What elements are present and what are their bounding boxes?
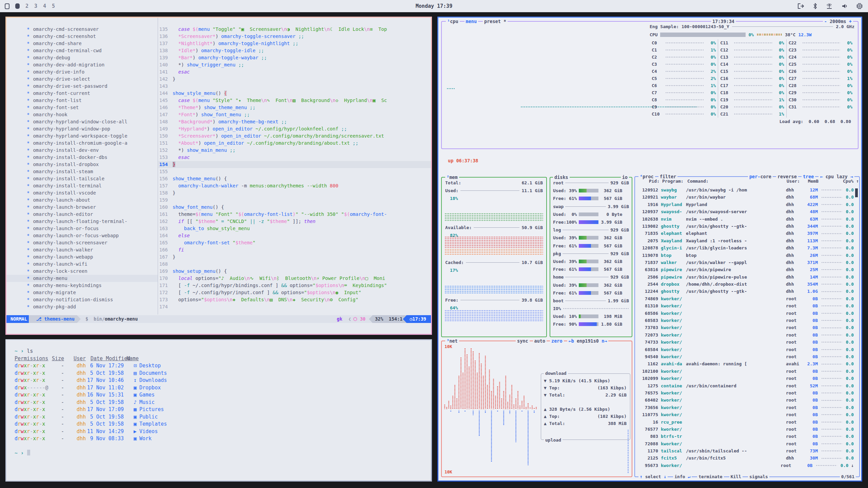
code-editor[interactable]: 135 case $(menu "Toggle" "▣ Screensaver\… <box>158 18 431 314</box>
net-sync-toggle[interactable]: sync <box>516 338 530 344</box>
process-scrollbar[interactable] <box>855 188 858 197</box>
process-row[interactable]: 68402kworker/root0B0.0 <box>637 396 854 404</box>
process-row[interactable]: 68583kworker/root0B0.0 <box>637 317 854 324</box>
neovim-window[interactable]: *omarchy-cmd-screensaver*omarchy-cmd-scr… <box>5 17 432 335</box>
io-toggle[interactable]: io <box>621 174 629 180</box>
file-item[interactable]: *omarchy-notification-dismiss <box>6 296 158 303</box>
file-item[interactable]: *omarchy-install-vscode <box>6 189 158 197</box>
file-item[interactable]: *omarchy-drive-set-password <box>6 83 158 90</box>
file-item[interactable]: *omarchy-cmd-screensaver <box>6 26 158 33</box>
terminal-output[interactable]: ~ › ls Permissions Size User Date Modifi… <box>6 340 431 457</box>
process-row[interactable]: 102638nvimnvim --embed .dhh63M0.0 <box>637 216 854 223</box>
process-row[interactable]: 120912swaybg/usr/bin/swaybg -i /homdhh12… <box>637 186 854 194</box>
file-item[interactable]: *omarchy-dev-add-migration <box>6 61 158 68</box>
file-item[interactable]: *omarchy-launch-walker <box>6 246 158 253</box>
file-item[interactable]: *omarchy-launch-editor <box>6 211 158 218</box>
process-row[interactable]: 1170tailscal/usr/sbin/tailscaled --root7… <box>637 447 854 454</box>
process-row[interactable]: 12244ghostty/usr/bin/ghostty --gtk-dhh1.… <box>637 288 854 295</box>
process-row[interactable]: 72088kworker/root0B0.0 <box>637 440 854 447</box>
network-icon[interactable] <box>826 3 833 9</box>
file-item[interactable]: *omarchy-launch-screensaver <box>6 239 158 246</box>
file-item[interactable]: *omarchy-install-docker-dbs <box>6 154 158 161</box>
file-item[interactable]: *omarchy-install-dev-env <box>6 147 158 154</box>
logout-icon[interactable] <box>798 3 804 9</box>
terminal-window[interactable]: ~ › ls Permissions Size User Date Modifi… <box>5 339 432 482</box>
process-row[interactable]: 76575kworker/root0B0.0 <box>637 389 854 396</box>
file-item[interactable]: *omarchy-launch-about <box>6 197 158 204</box>
file-item[interactable]: *omarchy-migrate <box>6 289 158 296</box>
file-item[interactable]: *omarchy-menu-keybindings <box>6 282 158 289</box>
process-row[interactable]: 63816pipewire/usr/bin/pipewiredhh25M0.0 <box>637 266 854 273</box>
process-row[interactable]: 74869kworker/root0B0.0 <box>637 295 854 302</box>
file-item[interactable]: *omarchy-drive-select <box>6 76 158 83</box>
net-auto-toggle[interactable]: auto <box>533 338 547 344</box>
file-item[interactable]: *omarchy-install-steam <box>6 168 158 175</box>
process-row[interactable]: 2125fcitx5/usr/bin/fcitx5dhh30M0.0 <box>637 454 854 462</box>
process-row[interactable]: 2544dropbox/home/dhh/.dropbox-distdhh354… <box>637 281 854 288</box>
file-item[interactable]: *omarchy-pkg-add <box>6 303 158 310</box>
filter-button[interactable]: filter <box>658 174 678 180</box>
process-row[interactable]: 803btrfs-trroot0B0.0 <box>637 433 854 440</box>
process-row[interactable]: 119078btopbtopdhh26M0.0 <box>637 252 854 259</box>
disks-box-label[interactable]: disks <box>553 174 570 180</box>
net-interface-switcher[interactable]: ←b enp191s0 n→ <box>567 338 609 344</box>
chip-icon[interactable] <box>856 3 863 9</box>
process-row[interactable]: 2075XwaylandXwayland :1 -rootless -dhh11… <box>637 237 854 244</box>
process-row[interactable]: 110775kworker/root0B0.0 <box>637 411 854 418</box>
file-item[interactable]: *omarchy-font-set <box>6 104 158 111</box>
file-item[interactable]: *omarchy-font-current <box>6 90 158 97</box>
proc-box-label[interactable]: ⁴proc <box>638 174 655 180</box>
process-row[interactable]: 68584kworker/root0B0.0 <box>637 346 854 353</box>
net-box-label[interactable]: ³net <box>445 338 459 344</box>
file-item[interactable]: *omarchy-install-chromium-google-a <box>6 140 158 147</box>
process-row[interactable]: 102100kworker/root0B0.0 <box>637 368 854 375</box>
file-item[interactable]: *omarchy-launch-or-focus <box>6 225 158 232</box>
file-item[interactable]: *omarchy-debug <box>6 54 158 61</box>
process-row[interactable]: 73656kworker/root0B0.0 <box>637 404 854 411</box>
file-item[interactable]: *omarchy-hyprland-window-pop <box>6 125 158 133</box>
info-key[interactable]: info ↵ <box>673 474 692 480</box>
file-item[interactable]: *omarchy-menu <box>6 275 158 282</box>
process-row[interactable]: 16rcu_preeroot0B0.0 <box>637 419 854 426</box>
process-row[interactable]: 73703kworker/root0B0.0 <box>637 324 854 331</box>
signals-key[interactable]: signals <box>748 474 769 480</box>
process-row[interactable]: 1275containe/usr/bin/containerdroot52M0.… <box>637 382 854 389</box>
file-item[interactable]: *omarchy-launch-or-focus-webapp <box>6 232 158 239</box>
process-row[interactable]: 74733kworker/root0B0.0 <box>637 339 854 346</box>
process-row[interactable]: 120921waybar/usr/bin/waybardhh68M0.0 <box>637 194 854 201</box>
file-item[interactable]: *omarchy-lock-screen <box>6 268 158 275</box>
process-row[interactable]: 102099kworker/root0B0.0 <box>637 375 854 382</box>
file-item[interactable]: *omarchy-drive-info <box>6 68 158 76</box>
file-item[interactable]: *omarchy-hyprland-window-close-all <box>6 118 158 125</box>
file-item[interactable]: *omarchy-hook <box>6 111 158 118</box>
file-item[interactable]: *omarchy-hyprland-workspace-toggle <box>6 133 158 140</box>
preset-button[interactable]: preset * <box>483 18 508 24</box>
process-row[interactable]: 71837walker/usr/bin/walker --gappldhh371… <box>637 259 854 266</box>
file-item[interactable]: *omarchy-launch-browser <box>6 204 158 211</box>
kill-key[interactable]: Kill <box>729 474 743 480</box>
menu-button[interactable]: menu <box>465 18 478 24</box>
process-row[interactable]: 1916HyprlandHyprlanddhh422M0.0 <box>637 201 854 208</box>
process-row[interactable]: 76577kworker/root0B0.0 <box>637 426 854 433</box>
process-row[interactable]: 94540kworker/root0B0.0 <box>637 353 854 360</box>
tree-toggle[interactable]: tree <box>802 174 815 180</box>
volume-icon[interactable] <box>842 3 848 9</box>
process-row[interactable]: 119002ghostty/usr/bin/ghostty --gtk-dhh3… <box>637 223 854 230</box>
sort-selector[interactable]: ← cpu lazy → <box>818 174 854 180</box>
file-item[interactable]: *omarchy-font-list <box>6 97 158 104</box>
process-row[interactable]: 120937swayosd-/usr/bin/swayosd-serverdhh… <box>637 208 854 215</box>
file-tree[interactable]: *omarchy-cmd-screensaver*omarchy-cmd-scr… <box>6 18 158 314</box>
process-row[interactable]: 72073kworker/root0B0.0 <box>637 331 854 339</box>
file-item[interactable]: *omarchy-install-terminal <box>6 182 158 189</box>
file-item[interactable]: *omarchy-install-tailscale <box>6 175 158 182</box>
memory-box-label[interactable]: ²mem <box>445 174 459 180</box>
reverse-toggle[interactable]: reverse <box>776 174 798 180</box>
process-list[interactable]: 120912swaybg/usr/bin/swaybg -i /homdhh12… <box>637 186 854 471</box>
prompt-line-2[interactable]: ~ › <box>15 450 431 457</box>
file-item[interactable]: *omarchy-cmd-terminal-cwd <box>6 47 158 54</box>
process-row[interactable]: 81310kworker/root0B0.0 <box>637 302 854 309</box>
net-zero-toggle[interactable]: zero <box>550 338 564 344</box>
select-keys[interactable]: ↑ select ↓ <box>638 474 668 480</box>
file-item[interactable]: *omarchy-cmd-screenshot <box>6 33 158 40</box>
file-item[interactable]: *omarchy-launch-floating-terminal- <box>6 218 158 225</box>
